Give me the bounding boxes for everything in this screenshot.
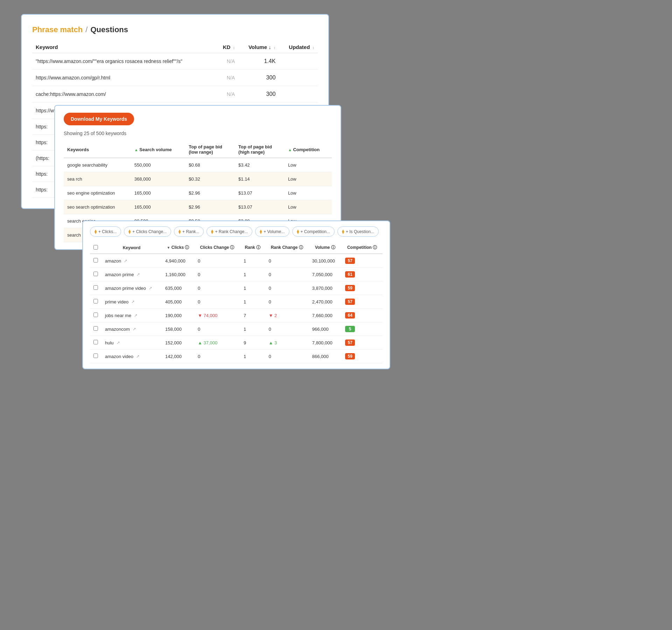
volume-cell: 300: [238, 86, 279, 103]
rank-change-cell: ▲ 3: [265, 336, 309, 350]
col-select-all[interactable]: [90, 242, 102, 254]
table-row: amazon prime video ➚ 635,000 0 1 0 3,870…: [90, 281, 383, 295]
clicks-change-cell: 0: [194, 322, 240, 336]
row-checkbox-cell[interactable]: [90, 350, 102, 363]
external-link-icon[interactable]: ➚: [131, 299, 135, 304]
volume-cell: 30,100,000: [309, 254, 342, 268]
table-row: https://www.amazon.com/gp/r.html N/A 300: [32, 70, 318, 86]
row-checkbox-cell[interactable]: [90, 281, 102, 295]
row-checkbox[interactable]: [93, 285, 98, 290]
row-checkbox[interactable]: [93, 299, 98, 303]
volume-cell: 300: [238, 70, 279, 86]
showing-count: Showing 25 of 500 keywords: [64, 131, 332, 136]
clicks-cell: 190,000: [162, 309, 194, 322]
clicks-change-cell: ▼ 74,000: [194, 309, 240, 322]
volume-cell: 7,050,000: [309, 268, 342, 281]
bid-high-cell: $3.42: [235, 158, 285, 172]
rank-cell: 9: [240, 336, 265, 350]
competition-badge: 57: [345, 340, 355, 346]
keyword-cell: amazon ➚: [102, 254, 162, 268]
row-checkbox-cell[interactable]: [90, 295, 102, 309]
keyword-cell: "https://www.amazon.com/""era organics r…: [32, 53, 216, 70]
filter-competition[interactable]: ⧫ + Competition...: [292, 226, 335, 237]
external-link-icon[interactable]: ➚: [124, 258, 127, 263]
row-checkbox-cell[interactable]: [90, 309, 102, 322]
keyword-cell: seo engine optimization: [64, 186, 131, 200]
bid-low-cell: $2.96: [185, 186, 235, 200]
external-link-icon[interactable]: ➚: [133, 327, 136, 331]
external-link-icon[interactable]: ➚: [134, 313, 138, 318]
keyword-cell: hulu ➚: [102, 336, 162, 350]
row-checkbox[interactable]: [93, 258, 98, 262]
updated-cell: [279, 86, 318, 103]
rank-change-cell: ▼ 2: [265, 309, 309, 322]
filter-icon: ⧫: [128, 229, 131, 234]
filter-icon: ⧫: [94, 229, 97, 234]
row-checkbox[interactable]: [93, 354, 98, 358]
table-row: seo engine optimization 165,000 $2.96 $1…: [64, 186, 332, 200]
table-row: amazon video ➚ 142,000 0 1 0 866,000 59: [90, 350, 383, 363]
breadcrumb-separator: /: [85, 25, 88, 34]
table-row: google searchability 550,000 $0.68 $3.42…: [64, 158, 332, 172]
table-row: hulu ➚ 152,000 ▲ 37,000 9 ▲ 3 7,800,000 …: [90, 336, 383, 350]
col-updated: Updated ↕: [279, 41, 318, 53]
col-clicks-header[interactable]: ▼ Clicks ⓘ: [162, 242, 194, 254]
clicks-cell: 152,000: [162, 336, 194, 350]
col-bid-low: Top of page bid(low range): [185, 141, 235, 158]
filter-rank-change-label: + Rank Change...: [215, 229, 248, 234]
row-checkbox[interactable]: [93, 326, 98, 331]
phrase-match-link[interactable]: Phrase match: [32, 25, 83, 34]
filter-icon: ⧫: [260, 229, 262, 234]
clicks-change-cell: ▲ 37,000: [194, 336, 240, 350]
filter-is-question[interactable]: ⧫ + Is Question...: [337, 226, 379, 237]
card1-header: Phrase match / Questions: [32, 25, 318, 34]
table-row: sea rch 368,000 $0.32 $1.14 Low: [64, 172, 332, 186]
external-link-icon[interactable]: ➚: [136, 272, 140, 277]
row-checkbox-cell[interactable]: [90, 336, 102, 350]
col-rank-change-header: Rank Change ⓘ: [265, 242, 309, 254]
clicks-change-cell: 0: [194, 350, 240, 363]
row-checkbox[interactable]: [93, 313, 98, 317]
competition-cell: 59: [342, 281, 383, 295]
filter-rank-change[interactable]: ⧫ + Rank Change...: [206, 226, 252, 237]
col-clicks-change-header: Clicks Change ⓘ: [194, 242, 240, 254]
external-link-icon[interactable]: ➚: [136, 354, 140, 359]
row-checkbox-cell[interactable]: [90, 322, 102, 336]
col-search-volume: ▲ Search volume: [131, 141, 186, 158]
col-rank-header: Rank ⓘ: [240, 242, 265, 254]
clicks-cell: 4,940,000: [162, 254, 194, 268]
external-link-icon[interactable]: ➚: [117, 340, 120, 345]
competition-cell: Low: [285, 200, 332, 214]
col-keywords: Keywords: [64, 141, 131, 158]
questions-link: Questions: [90, 25, 128, 34]
bid-high-cell: $13.07: [235, 186, 285, 200]
download-keywords-button[interactable]: Download My Keywords: [64, 113, 134, 125]
row-checkbox[interactable]: [93, 340, 98, 344]
volume-cell: 550,000: [131, 158, 186, 172]
clicks-cell: 142,000: [162, 350, 194, 363]
filter-volume[interactable]: ⧫ + Volume...: [255, 226, 289, 237]
filter-rank[interactable]: ⧫ + Rank...: [174, 226, 204, 237]
clicks-change-cell: 0: [194, 268, 240, 281]
row-checkbox[interactable]: [93, 272, 98, 276]
competition-badge: 5: [345, 326, 355, 332]
filter-clicks-change[interactable]: ⧫ + Clicks Change...: [124, 226, 171, 237]
col-competition-header: Competition ⓘ: [342, 242, 383, 254]
row-checkbox-cell[interactable]: [90, 254, 102, 268]
external-link-icon[interactable]: ➚: [149, 286, 152, 290]
competition-badge: 59: [345, 285, 355, 291]
rank-cell: 1: [240, 268, 265, 281]
row-checkbox-cell[interactable]: [90, 268, 102, 281]
volume-cell: 1.4K: [238, 53, 279, 70]
table-row: amazoncom ➚ 158,000 0 1 0 966,000 5: [90, 322, 383, 336]
clicks-change-cell: 0: [194, 281, 240, 295]
clicks-change-cell: 0: [194, 295, 240, 309]
filter-bar: ⧫ + Clicks... ⧫ + Clicks Change... ⧫ + R…: [90, 226, 383, 237]
filter-clicks-change-label: + Clicks Change...: [132, 229, 167, 234]
volume-cell: 165,000: [131, 186, 186, 200]
select-all-checkbox[interactable]: [93, 245, 98, 250]
volume-cell: 3,870,000: [309, 281, 342, 295]
rank-cell: 1: [240, 350, 265, 363]
filter-clicks[interactable]: ⧫ + Clicks...: [90, 226, 121, 237]
clicks-cell: 405,000: [162, 295, 194, 309]
